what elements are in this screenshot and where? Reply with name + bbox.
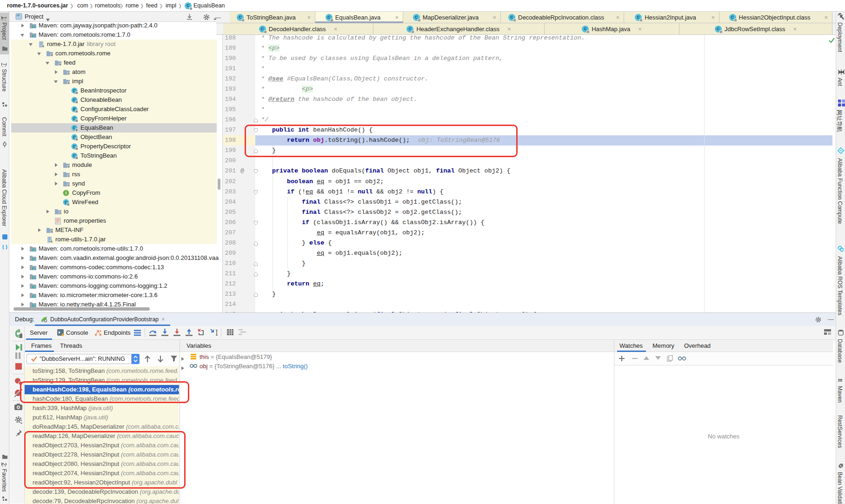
- svg-text:I: I: [66, 191, 67, 195]
- svg-text:m: m: [838, 377, 842, 383]
